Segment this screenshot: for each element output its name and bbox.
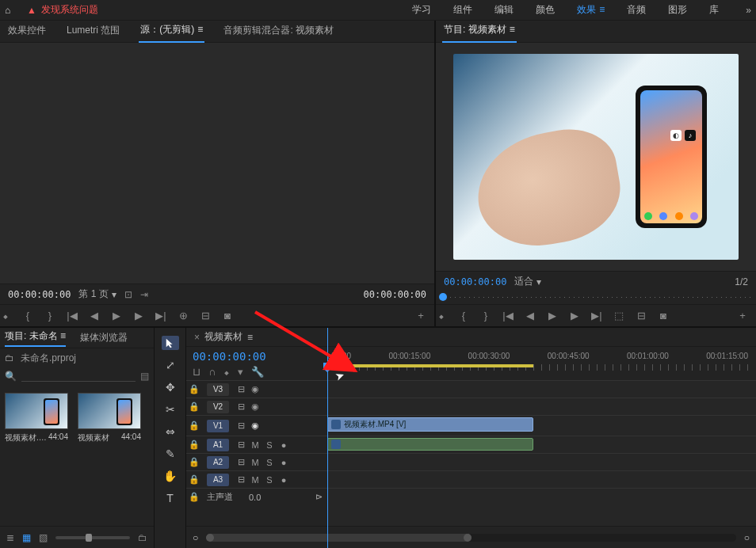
menu-library[interactable]: 库 (709, 3, 719, 17)
go-in-icon[interactable]: |◀ (502, 310, 514, 322)
tab-source-noclip[interactable]: 源：(无剪辑)≡ (139, 20, 204, 43)
new-bin-icon[interactable]: 🗀 (138, 532, 147, 543)
tab-audio-clip-mixer[interactable]: 音频剪辑混合器: 视频素材 (222, 21, 335, 42)
go-out-icon[interactable]: ▶| (155, 310, 166, 322)
add-marker-icon[interactable]: ⬥ (436, 310, 447, 322)
panel-menu-icon[interactable]: ≡ (197, 24, 203, 35)
zoom-out-icon[interactable]: ○ (193, 532, 198, 543)
home-icon[interactable]: ⌂ (5, 5, 19, 16)
mark-in-icon[interactable]: { (22, 310, 33, 322)
source-tc-right[interactable]: 00:00:00:00 (364, 289, 426, 300)
menu-learn[interactable]: 学习 (412, 3, 431, 17)
tab-lumetri-scopes[interactable]: Lumetri 范围 (65, 21, 121, 42)
icon-view-icon[interactable]: ▦ (22, 532, 31, 543)
panel-menu-icon[interactable]: ≡ (247, 332, 253, 343)
mark-in-icon[interactable]: { (458, 310, 469, 322)
solo-toggle[interactable]: S (262, 458, 277, 467)
lock-icon[interactable]: 🔒 (186, 440, 202, 450)
tab-program[interactable]: 节目: 视频素材≡ (442, 20, 517, 43)
source-fit-icon[interactable]: ⊡ (124, 289, 132, 300)
zoom-in-icon[interactable]: ○ (744, 532, 750, 543)
mute-toggle[interactable]: M (248, 475, 262, 485)
work-area-bar[interactable] (327, 364, 533, 367)
extract-icon[interactable]: ⊟ (636, 310, 647, 322)
track-output-toggle[interactable]: ⊟ (234, 401, 248, 412)
timeline-zoom-scrollbar[interactable] (206, 534, 736, 542)
export-frame-icon[interactable]: ◙ (658, 310, 669, 322)
system-warning[interactable]: ▲ 发现系统问题 (27, 3, 98, 17)
button-editor-icon[interactable]: + (415, 310, 426, 322)
list-view-icon[interactable]: ≣ (6, 532, 14, 543)
play-icon[interactable]: ▶ (111, 310, 122, 322)
master-track-label[interactable]: 主声道 (207, 491, 233, 503)
track-output-toggle[interactable]: ⊟ (234, 474, 248, 485)
scrubber-knob[interactable] (439, 293, 447, 301)
add-marker-icon[interactable]: ⬥ (223, 366, 230, 378)
add-marker-icon[interactable]: ⬥ (0, 310, 11, 322)
menu-edit[interactable]: 编辑 (494, 3, 514, 17)
step-fwd-icon[interactable]: ▶ (569, 310, 580, 322)
source-drag-icon[interactable]: ⇥ (140, 289, 148, 300)
audio-clip[interactable] (327, 438, 533, 451)
menu-color[interactable]: 颜色 (536, 3, 555, 17)
track-v1[interactable]: V1 (207, 420, 229, 432)
lock-icon[interactable]: 🔒 (186, 401, 202, 412)
solo-toggle[interactable]: S (262, 475, 277, 485)
lock-icon[interactable]: 🔒 (186, 421, 202, 431)
track-a1[interactable]: A1 (207, 439, 229, 451)
freeform-view-icon[interactable]: ▧ (39, 532, 48, 543)
settings-icon[interactable]: 🔧 (251, 366, 264, 378)
track-output-toggle[interactable]: ⊟ (234, 384, 248, 394)
track-lanes[interactable]: 视频素材.MP4 [V] (327, 380, 756, 526)
tab-media-browser[interactable]: 媒体浏览器 (80, 331, 128, 344)
project-search-input[interactable] (21, 371, 136, 382)
track-a2[interactable]: A2 (207, 456, 229, 469)
selection-tool[interactable] (162, 336, 179, 350)
program-fit-dropdown[interactable]: 适合▾ (514, 275, 541, 288)
mark-out-icon[interactable]: } (44, 310, 55, 322)
track-select-tool[interactable]: ⤢ (162, 358, 179, 372)
snap-icon[interactable]: ⊔ (193, 366, 200, 378)
program-tc-left[interactable]: 00:00:00:00 (444, 276, 506, 287)
overwrite-icon[interactable]: ⊟ (200, 310, 211, 322)
lock-icon[interactable]: 🔒 (186, 457, 202, 467)
timeline-ruler[interactable]: c00:00 00:00:15:00 00:00:30:00 00:00:45:… (327, 347, 756, 380)
hand-tool[interactable]: ✋ (162, 469, 179, 483)
export-frame-icon[interactable]: ◙ (222, 310, 233, 322)
video-clip[interactable]: 视频素材.MP4 [V] (327, 417, 533, 432)
track-v2[interactable]: V2 (207, 401, 229, 413)
menu-assembly[interactable]: 组件 (453, 3, 472, 17)
track-output-toggle[interactable]: ⊟ (234, 421, 248, 431)
track-output-toggle[interactable]: ⊟ (234, 457, 248, 467)
slip-tool[interactable]: ⇔ (162, 424, 179, 439)
lock-icon[interactable]: 🔒 (186, 384, 202, 394)
mute-toggle[interactable]: M (248, 458, 262, 467)
mute-toggle[interactable]: M (248, 440, 262, 450)
track-eye-toggle[interactable]: ◉ (248, 401, 262, 412)
master-send-icon[interactable]: ⊳ (315, 492, 323, 502)
track-a3[interactable]: A3 (207, 474, 229, 486)
lift-icon[interactable]: ⬚ (613, 310, 624, 322)
track-output-toggle[interactable]: ⊟ (234, 440, 248, 450)
mark-out-icon[interactable]: } (480, 310, 491, 322)
track-v3[interactable]: V3 (207, 383, 229, 396)
source-page-dropdown[interactable]: 第 1 页▾ (78, 287, 116, 301)
filter-icon[interactable]: ▤ (140, 371, 149, 382)
button-editor-icon[interactable]: + (737, 310, 748, 322)
type-tool[interactable]: T (162, 491, 179, 505)
menu-audio[interactable]: 音频 (627, 3, 646, 17)
lock-icon[interactable]: 🔒 (186, 492, 202, 502)
timeline-timecode[interactable]: 00:00:00:00 (193, 350, 321, 363)
pen-tool[interactable]: ✎ (162, 447, 179, 461)
track-eye-toggle[interactable]: ◉ (248, 421, 262, 431)
solo-toggle[interactable]: S (262, 440, 277, 450)
playhead[interactable] (327, 328, 328, 548)
project-filename[interactable]: 未命名.prproj (21, 352, 76, 365)
program-scrubber[interactable] (436, 291, 756, 304)
tab-project[interactable]: 项目: 未命名 ≡ (5, 329, 66, 347)
step-back-icon[interactable]: ◀ (525, 310, 536, 322)
ripple-edit-tool[interactable]: ✥ (162, 380, 179, 394)
bin-icon[interactable]: 🗀 (5, 352, 14, 363)
insert-icon[interactable]: ⊕ (178, 310, 189, 322)
project-item[interactable]: 视频素材 44:04 (78, 393, 141, 443)
